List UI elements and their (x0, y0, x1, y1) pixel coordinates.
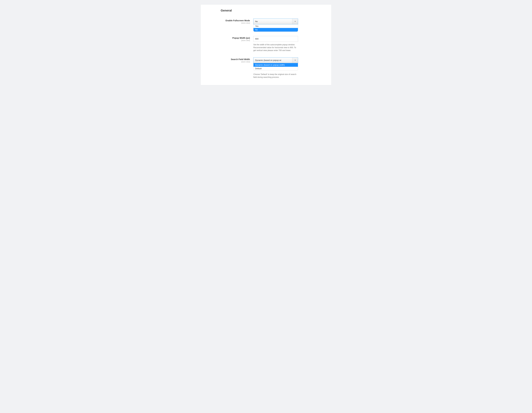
search-width-select[interactable]: Dynamic (based on popup wi (253, 57, 298, 63)
section-title: General (221, 9, 325, 12)
settings-panel: General Enable Fullscreen Mode [store vi… (200, 4, 332, 85)
fullscreen-select-button[interactable] (292, 19, 298, 24)
fullscreen-select[interactable]: No (253, 18, 298, 24)
control-col: Dynamic (based on popup wi Dynamic (base… (253, 57, 298, 79)
scope-label: [store view] (207, 61, 250, 63)
popup-width-help: Set the width of the autocomplete popup … (253, 43, 297, 52)
field-search-field-width: Search Field Width [store view] Dynamic … (207, 57, 325, 79)
search-width-dropdown: Dynamic (based on popup width) Default (253, 63, 298, 71)
field-enable-fullscreen: Enable Fullscreen Mode [store view] No Y… (207, 18, 325, 24)
label-col: Search Field Width [store view] (207, 57, 253, 63)
search-width-option-default[interactable]: Default (253, 67, 298, 70)
label-search-field-width: Search Field Width (207, 58, 250, 61)
search-width-select-value: Dynamic (based on popup wi (253, 57, 292, 63)
control-col: Set the width of the autocomplete popup … (253, 36, 298, 52)
fullscreen-select-value: No (253, 19, 292, 24)
label-col: Popup Width (px) [store view] (207, 36, 253, 41)
search-width-help: Choose 'Default' to keep the original si… (253, 73, 297, 79)
label-popup-width: Popup Width (px) (207, 37, 250, 39)
caret-down-icon (294, 60, 296, 61)
label-enable-fullscreen: Enable Fullscreen Mode (207, 19, 250, 22)
fullscreen-dropdown: Yes No (253, 24, 298, 32)
label-col: Enable Fullscreen Mode [store view] (207, 18, 253, 24)
field-popup-width: Popup Width (px) [store view] Set the wi… (207, 36, 325, 52)
search-width-select-button[interactable] (292, 57, 298, 63)
fullscreen-option-no[interactable]: No (253, 28, 298, 32)
control-col: No Yes No (253, 18, 298, 24)
scope-label: [store view] (207, 39, 250, 41)
search-width-option-dynamic[interactable]: Dynamic (based on popup width) (253, 63, 298, 67)
fullscreen-option-yes[interactable]: Yes (253, 24, 298, 28)
scope-label: [store view] (207, 22, 250, 24)
popup-width-input[interactable] (253, 36, 298, 42)
caret-down-icon (294, 21, 296, 22)
